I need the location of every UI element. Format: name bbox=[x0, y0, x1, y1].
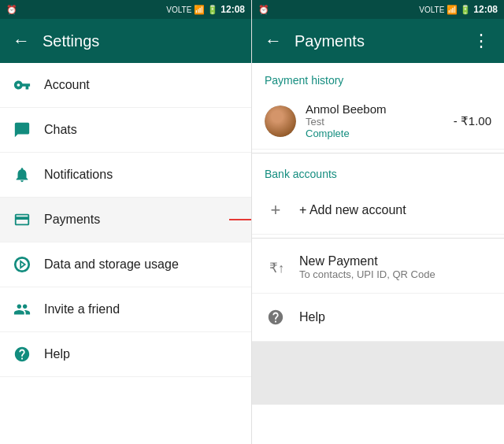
time-right: 12:08 bbox=[473, 4, 498, 15]
settings-menu: Account Chats Notifications Payments bbox=[0, 63, 251, 444]
data-icon bbox=[13, 255, 32, 274]
payments-panel: ⏰ VOLTE 📶 🔋 12:08 ← Payments ⋮ Payment h… bbox=[252, 0, 504, 444]
status-icons-left: ⏰ bbox=[6, 5, 17, 15]
svg-text:₹↑: ₹↑ bbox=[269, 261, 284, 275]
key-icon bbox=[13, 76, 32, 94]
settings-panel: ⏰ VOLTE 📶 🔋 12:08 ← Settings Account Cha… bbox=[0, 0, 252, 444]
time-left: 12:08 bbox=[220, 4, 245, 15]
help-label-right: Help bbox=[299, 310, 325, 324]
payment-description: Test bbox=[306, 116, 454, 128]
back-button-left[interactable]: ← bbox=[13, 31, 30, 51]
payments-header: ← Payments ⋮ bbox=[252, 19, 504, 63]
alarm-icon: ⏰ bbox=[6, 5, 17, 15]
payments-arrow-indicator bbox=[229, 215, 251, 224]
payment-transaction-item[interactable]: Anmol Beebom Test Complete - ₹1.00 bbox=[252, 93, 504, 150]
help-icon-left bbox=[13, 345, 32, 364]
help-label-left: Help bbox=[44, 347, 70, 361]
gray-spacer bbox=[252, 342, 504, 405]
signal-icon-right: 📶 bbox=[447, 5, 458, 15]
help-button-right[interactable]: Help bbox=[252, 294, 504, 342]
payment-contact-name: Anmol Beebom bbox=[306, 102, 454, 116]
invite-label: Invite a friend bbox=[44, 302, 120, 316]
battery-icon-right: 🔋 bbox=[460, 5, 471, 15]
notifications-label: Notifications bbox=[44, 168, 113, 182]
divider-2 bbox=[252, 238, 504, 239]
data-label: Data and storage usage bbox=[44, 257, 179, 272]
alarm-icon-right: ⏰ bbox=[258, 5, 269, 15]
menu-item-invite[interactable]: Invite a friend bbox=[0, 287, 251, 332]
new-payment-button[interactable]: ₹↑ New Payment To contacts, UPI ID, QR C… bbox=[252, 242, 504, 294]
menu-item-notifications[interactable]: Notifications bbox=[0, 153, 251, 198]
status-icons-right-right: VOLTE 📶 🔋 12:08 bbox=[419, 4, 498, 15]
status-icons-right: VOLTE 📶 🔋 12:08 bbox=[166, 4, 245, 15]
add-icon: + bbox=[265, 199, 287, 221]
battery-icon: 🔋 bbox=[207, 5, 218, 15]
menu-item-chats[interactable]: Chats bbox=[0, 108, 251, 153]
payment-amount: - ₹1.00 bbox=[454, 114, 491, 128]
people-icon bbox=[13, 300, 32, 319]
avatar-image bbox=[265, 105, 296, 137]
payments-icon bbox=[13, 210, 32, 229]
menu-item-data[interactable]: Data and storage usage bbox=[0, 242, 251, 287]
status-bar-right: ⏰ VOLTE 📶 🔋 12:08 bbox=[252, 0, 504, 19]
status-bar-left: ⏰ VOLTE 📶 🔋 12:08 bbox=[0, 0, 251, 19]
status-icons-right-left: ⏰ bbox=[258, 5, 269, 15]
payments-content: Payment history Anmol Beebom Test Comple… bbox=[252, 63, 504, 444]
divider-1 bbox=[252, 153, 504, 154]
menu-item-help-left[interactable]: Help bbox=[0, 332, 251, 377]
payment-details: Anmol Beebom Test Complete bbox=[306, 102, 454, 139]
help-circle-icon bbox=[265, 306, 287, 328]
payment-history-header: Payment history bbox=[252, 63, 504, 93]
payments-label: Payments bbox=[44, 213, 100, 227]
bell-icon bbox=[13, 165, 32, 184]
menu-item-account[interactable]: Account bbox=[0, 63, 251, 108]
new-payment-details: New Payment To contacts, UPI ID, QR Code bbox=[299, 254, 435, 280]
payments-title: Payments bbox=[295, 32, 472, 50]
settings-title: Settings bbox=[43, 32, 99, 50]
chats-label: Chats bbox=[44, 123, 77, 137]
add-account-label: + Add new account bbox=[299, 203, 406, 217]
rupee-icon: ₹↑ bbox=[265, 257, 287, 279]
menu-item-payments[interactable]: Payments bbox=[0, 198, 251, 242]
new-payment-label: New Payment bbox=[299, 254, 435, 268]
payment-status-badge: Complete bbox=[306, 128, 454, 139]
back-button-right[interactable]: ← bbox=[265, 31, 282, 51]
account-label: Account bbox=[44, 78, 90, 92]
new-payment-sublabel: To contacts, UPI ID, QR Code bbox=[299, 268, 435, 280]
signal-icon: 📶 bbox=[194, 5, 205, 15]
wifi-icon-right: VOLTE bbox=[419, 6, 444, 14]
add-bank-account-button[interactable]: + + Add new account bbox=[252, 187, 504, 235]
bank-accounts-header: Bank accounts bbox=[252, 157, 504, 187]
wifi-icon: VOLTE bbox=[166, 6, 191, 14]
chat-icon bbox=[13, 120, 32, 139]
avatar bbox=[265, 105, 296, 137]
more-options-button[interactable]: ⋮ bbox=[472, 31, 491, 51]
settings-header: ← Settings bbox=[0, 19, 251, 63]
